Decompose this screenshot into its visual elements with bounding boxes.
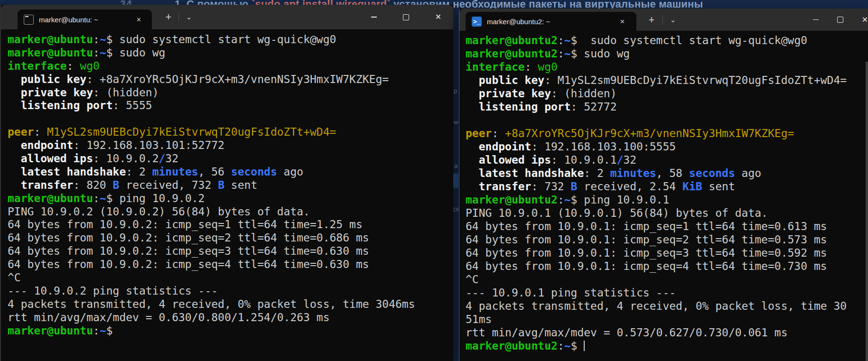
terminal-text-segment: 64 bytes from 10.9.0.2: icmp_seq=1 ttl=6… — [8, 218, 363, 231]
close-icon: ✕ — [862, 16, 868, 24]
right-new-tab-button[interactable]: + — [644, 14, 659, 26]
terminal-text-segment: public key — [466, 74, 544, 86]
terminal-text-segment: $ sudo wg — [106, 46, 166, 59]
terminal-text-segment: public key — [8, 73, 86, 85]
terminal-text-segment: PING 10.9.0.2 (10.9.0.2) 56(84) bytes of… — [8, 205, 310, 218]
left-minimize-button[interactable] — [363, 5, 385, 29]
terminal-text-segment: allowed ips — [466, 154, 551, 166]
terminal-line: PING 10.9.0.2 (10.9.0.2) 56(84) bytes of… — [8, 205, 453, 219]
right-minimize-button[interactable] — [804, 9, 827, 31]
right-tab-dropdown-button[interactable]: ⌄ — [666, 16, 680, 24]
terminal-line: latest handshake: 2 minutes, 58 seconds … — [466, 167, 868, 180]
left-new-tab-button[interactable]: + — [161, 11, 176, 23]
terminal-text-segment: marker@ubuntu2 — [466, 34, 558, 46]
terminal-text-segment: rtt min/avg/max/mdev = 0.630/0.800/1.254… — [8, 311, 330, 324]
terminal-line: rtt min/avg/max/mdev = 0.573/0.627/0.730… — [466, 326, 868, 339]
terminal-text-segment: : — [558, 47, 564, 60]
background-fragment: p — [454, 87, 457, 94]
right-titlebar[interactable]: >_ marker@ubuntu2: ~ ✕ + ⌄ ✕ — [459, 9, 868, 31]
terminal-text-segment: ^C — [8, 271, 21, 284]
terminal-text-segment: 4 packets transmitted, 4 received, 0% pa… — [466, 300, 847, 312]
terminal-text-segment: endpoint — [466, 140, 531, 153]
terminal-text-segment: $ sudo systemctl start wg-quick@wg0 — [106, 33, 336, 46]
terminal-text-segment: received, 732 — [119, 179, 218, 191]
terminal-text-segment: : 192.168.103.100:5555 — [531, 140, 676, 153]
right-tab-close-icon[interactable]: ✕ — [620, 19, 625, 25]
right-terminal-screen[interactable]: marker@ubuntu2:~$ sudo systemctl start w… — [459, 31, 868, 361]
terminal-text-segment: minutes — [610, 167, 656, 179]
terminal-line: 64 bytes from 10.9.0.2: icmp_seq=3 ttl=6… — [8, 245, 453, 258]
desktop: { "background_editor": { "line_number": … — [0, 0, 868, 361]
terminal-line: marker@ubuntu:~$ — [8, 324, 453, 338]
terminal-text-segment: 4 packets transmitted, 4 received, 0% pa… — [8, 298, 415, 310]
terminal-text-segment: allowed ips — [8, 152, 93, 165]
terminal-line — [466, 113, 868, 127]
terminal-text-segment: , 58 — [656, 167, 689, 179]
left-titlebar[interactable]: marker@ubuntu: ~ ✕ + ⌄ ✕ — [1, 5, 453, 29]
right-close-button[interactable]: ✕ — [854, 9, 868, 31]
terminal-text-segment: sent — [224, 179, 257, 191]
terminal-line: public key: +8a7XroYRc5OjKJr9cX+m3/vnenN… — [8, 73, 453, 86]
terminal-line: transfer: 820 B received, 732 B sent — [8, 179, 453, 192]
tabbar-separator — [663, 15, 663, 25]
terminal-text-segment: M1ySL2sm9UEBcDyi7kEiStvrwqT20ugFsIdoZTt+… — [47, 126, 336, 138]
terminal-text-segment: : — [67, 60, 80, 72]
terminal-text-segment: : 52772 — [571, 101, 617, 113]
terminal-text-segment: : — [93, 46, 100, 59]
terminal-text-segment: $ ping 10.9.0.1 — [571, 194, 670, 206]
terminal-text-segment: : M1ySL2sm9UEBcDyi7kEiStvrwqT20ugFsIdoZT… — [544, 74, 847, 86]
left-maximize-button[interactable] — [395, 5, 417, 29]
terminal-text-segment: 32 — [623, 154, 636, 166]
terminal-line — [8, 112, 453, 126]
left-terminal-screen[interactable]: marker@ubuntu:~$ sudo systemctl start wg… — [1, 29, 453, 361]
terminal-text-segment: : — [558, 194, 564, 206]
terminal-line: private key: (hidden) — [466, 87, 868, 100]
terminal-text-segment: sent — [702, 180, 735, 193]
terminal-text-segment: latest handshake — [466, 167, 584, 179]
terminal-line: endpoint: 192.168.103.100:5555 — [466, 140, 868, 153]
tabbar-separator — [178, 12, 179, 22]
terminal-text-segment: ~ — [564, 34, 571, 46]
terminal-text-segment: interface — [466, 61, 525, 73]
terminal-text-segment: peer — [466, 127, 492, 139]
terminal-line: marker@ubuntu2:~$ — [466, 339, 868, 352]
terminal-text-segment: : — [93, 324, 100, 337]
right-window-controls: ✕ — [804, 9, 868, 31]
terminal-text-segment: 64 bytes from 10.9.0.2: icmp_seq=3 ttl=6… — [8, 245, 369, 257]
terminal-text-segment: marker@ubuntu2 — [466, 340, 558, 352]
left-tab-dropdown-button[interactable]: ⌄ — [182, 13, 196, 21]
left-tab-close-icon[interactable]: ✕ — [136, 17, 141, 23]
terminal-line: 64 bytes from 10.9.0.1: icmp_seq=1 ttl=6… — [466, 220, 868, 233]
right-maximize-button[interactable] — [829, 9, 851, 31]
terminal-text-segment: : — [93, 192, 100, 204]
terminal-line: 64 bytes from 10.9.0.2: icmp_seq=4 ttl=6… — [8, 258, 453, 271]
left-window-controls: ✕ — [363, 5, 449, 29]
terminal-text-segment: rtt min/avg/max/mdev = 0.573/0.627/0.730… — [466, 326, 788, 339]
terminal-text-segment: 64 bytes from 10.9.0.1: icmp_seq=2 ttl=6… — [466, 233, 827, 246]
terminal-line: latest handshake: 2 minutes, 56 seconds … — [8, 166, 453, 179]
minimize-icon — [371, 17, 377, 18]
terminal-line: 64 bytes from 10.9.0.1: icmp_seq=3 ttl=6… — [466, 246, 868, 259]
left-tab-marker-ubuntu[interactable]: marker@ubuntu: ~ ✕ — [18, 9, 152, 29]
maximize-icon — [403, 14, 409, 20]
right-terminal-scrollbar[interactable] — [866, 62, 868, 361]
right-tab-marker-ubuntu2[interactable]: >_ marker@ubuntu2: ~ ✕ — [466, 12, 636, 31]
terminal-text-segment: ago — [277, 166, 303, 178]
terminal-text-segment: peer — [8, 126, 34, 138]
left-close-button[interactable]: ✕ — [427, 5, 449, 29]
terminal-line: 64 bytes from 10.9.0.1: icmp_seq=2 ttl=6… — [466, 233, 868, 246]
terminal-text-segment: $ ping 10.9.0.2 — [106, 192, 205, 204]
terminal-line: private key: (hidden) — [8, 86, 453, 100]
terminal-text-segment: : — [34, 126, 47, 138]
terminal-line: --- 10.9.0.1 ping statistics --- — [466, 286, 868, 299]
terminal-text-segment: wg0 — [538, 61, 558, 73]
terminal-line: interface: wg0 — [466, 60, 868, 74]
terminal-text-segment: $ sudo wg — [571, 47, 630, 60]
terminal-line: 64 bytes from 10.9.0.1: icmp_seq=4 ttl=6… — [466, 259, 868, 273]
terminal-text-segment: listening port — [466, 101, 571, 113]
terminal-text-segment: : — [525, 61, 538, 73]
terminal-text-segment: ~ — [100, 324, 106, 337]
terminal-text-segment: marker@ubuntu — [8, 46, 93, 59]
terminal-text-segment: B — [571, 180, 578, 193]
terminal-line: interface: wg0 — [8, 60, 453, 73]
